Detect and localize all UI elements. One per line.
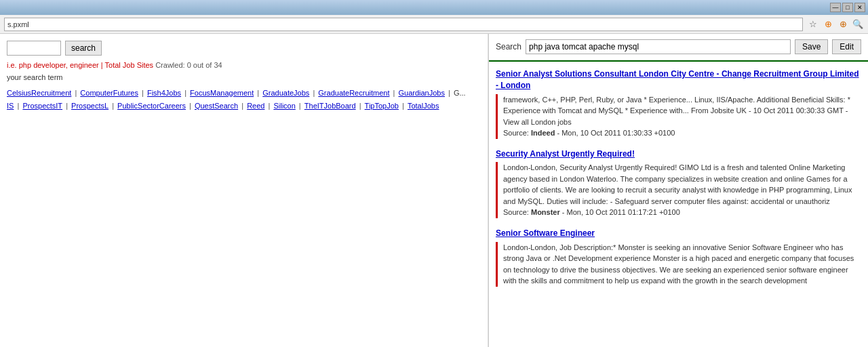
job-site-prospectsl[interactable]: ProspectsL bbox=[71, 102, 108, 110]
job-sites-list: CelsiusRecruitment | ComputerFutures | F… bbox=[7, 87, 481, 112]
job-source-2: Source: Monster - Mon, 10 Oct 2011 01:17… bbox=[503, 208, 680, 216]
job-title-1[interactable]: Senior Analyst Solutions Consultant Lond… bbox=[496, 68, 861, 91]
title-bar: — □ ✕ bbox=[0, 0, 868, 15]
search-input[interactable] bbox=[7, 41, 61, 56]
job-description-1: framework, C++, PHP, Perl, Ruby, or Java… bbox=[503, 96, 850, 126]
job-site-fish4jobs[interactable]: Fish4Jobs bbox=[147, 89, 181, 97]
overflow-indicator: G... bbox=[454, 89, 466, 97]
tools-icon[interactable]: 🔍 bbox=[852, 18, 864, 30]
job-site-totaljobs[interactable]: TotalJobs bbox=[408, 102, 439, 110]
address-bar: ☆ ⊕ ⊕ 🔍 bbox=[0, 15, 868, 34]
job-source-1: Source: Indeed - Mon, 10 Oct 2011 01:30:… bbox=[503, 129, 675, 137]
url-input[interactable] bbox=[4, 18, 803, 31]
job-description-2: London-London, Security Analyst Urgently… bbox=[503, 163, 852, 205]
job-site-graduaterecruitment[interactable]: GraduateRecruitment bbox=[318, 89, 389, 97]
job-site-questsearch[interactable]: QuestSearch bbox=[195, 102, 238, 110]
minimize-button[interactable]: — bbox=[830, 3, 841, 12]
right-search-header: Search Save Edit bbox=[489, 34, 868, 60]
search-bar: search bbox=[7, 41, 481, 56]
main-container: search i.e. php developer, engineer | To… bbox=[0, 34, 868, 347]
job-site-computerfutures[interactable]: ComputerFutures bbox=[80, 89, 138, 97]
right-edit-button[interactable]: Edit bbox=[832, 39, 861, 54]
job-body-2: London-London, Security Analyst Urgently… bbox=[496, 162, 861, 218]
feed-icon[interactable]: ⊕ bbox=[837, 18, 849, 30]
job-site-is[interactable]: IS bbox=[7, 102, 14, 110]
job-site-guardianjobs[interactable]: GuardianJobs bbox=[398, 89, 445, 97]
job-item-2: Security Analyst Urgently Required! Lond… bbox=[496, 148, 861, 218]
job-body-1: framework, C++, PHP, Perl, Ruby, or Java… bbox=[496, 94, 861, 139]
close-button[interactable]: ✕ bbox=[854, 3, 865, 12]
right-search-label: Search bbox=[496, 42, 521, 52]
job-site-publicsector[interactable]: PublicSectorCareers bbox=[117, 102, 186, 110]
maximize-button[interactable]: □ bbox=[842, 3, 853, 12]
job-site-prospectsit[interactable]: ProspectsIT bbox=[22, 102, 62, 110]
hint-example: i.e. php developer, engineer bbox=[7, 61, 99, 69]
job-body-3: London-London, Job Description:* Monster… bbox=[496, 242, 861, 287]
job-site-silicon[interactable]: Silicon bbox=[273, 102, 295, 110]
job-item-3: Senior Software Engineer London-London, … bbox=[496, 228, 861, 287]
job-item-1: Senior Analyst Solutions Consultant Lond… bbox=[496, 68, 861, 139]
your-search-label: your search term bbox=[7, 73, 481, 81]
job-site-focusmanagement[interactable]: FocusManagement bbox=[190, 89, 254, 97]
job-site-graduatejobs[interactable]: GraduateJobs bbox=[262, 89, 309, 97]
job-site-tiptopjob[interactable]: TipTopJob bbox=[365, 102, 399, 110]
right-panel[interactable]: Search Save Edit Senior Analyst Solution… bbox=[488, 34, 868, 347]
job-list: Senior Analyst Solutions Consultant Lond… bbox=[489, 64, 868, 300]
left-panel: search i.e. php developer, engineer | To… bbox=[0, 34, 488, 347]
total-job-sites-link[interactable]: Total Job Sites bbox=[105, 61, 154, 69]
job-title-2[interactable]: Security Analyst Urgently Required! bbox=[496, 148, 861, 160]
rss-icon[interactable]: ⊕ bbox=[822, 18, 834, 30]
job-site-celsius[interactable]: CelsiusRecruitment bbox=[7, 89, 71, 97]
star-icon[interactable]: ☆ bbox=[807, 18, 819, 30]
job-site-theitjobboard[interactable]: TheITJobBoard bbox=[304, 102, 356, 110]
hint-text: i.e. php developer, engineer | Total Job… bbox=[7, 61, 481, 69]
job-description-3: London-London, Job Description:* Monster… bbox=[503, 243, 854, 285]
right-search-input[interactable] bbox=[526, 39, 791, 54]
crawl-status: Crawled: 0 out of 34 bbox=[155, 61, 222, 69]
search-button[interactable]: search bbox=[65, 41, 102, 56]
right-save-button[interactable]: Save bbox=[795, 39, 828, 54]
job-site-reed[interactable]: Reed bbox=[247, 102, 264, 110]
green-divider bbox=[489, 60, 868, 62]
job-title-3[interactable]: Senior Software Engineer bbox=[496, 228, 861, 239]
